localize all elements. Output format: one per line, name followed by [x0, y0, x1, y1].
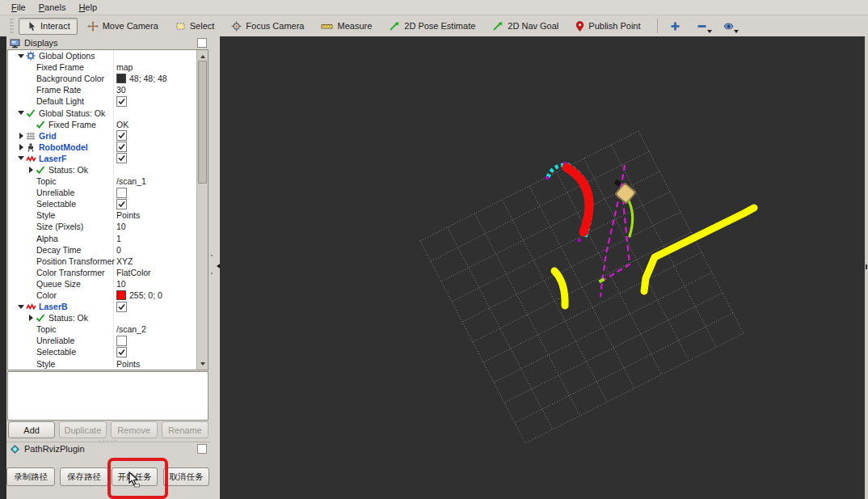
checkbox-checked[interactable]: [116, 96, 127, 107]
tree-row-grid[interactable]: Grid: [8, 130, 208, 142]
checkbox-checked[interactable]: [116, 347, 127, 357]
row-value[interactable]: 48; 48; 48: [129, 73, 167, 84]
checkbox-checked[interactable]: [116, 142, 127, 152]
row-label: Background Color: [36, 73, 104, 84]
tree-row-alpha[interactable]: Alpha1: [8, 233, 208, 244]
render-viewport[interactable]: [220, 36, 868, 499]
tree-scrollbar[interactable]: [196, 50, 208, 370]
checkbox-unchecked[interactable]: [116, 336, 127, 346]
checkbox-checked[interactable]: [116, 302, 127, 312]
tree-row-selectable[interactable]: Selectable: [8, 346, 208, 357]
tree-row-decay-time[interactable]: Decay Time0: [8, 244, 208, 256]
tree-row-queue-size[interactable]: Queue Size10: [8, 278, 208, 290]
expander-open-icon[interactable]: [16, 153, 26, 163]
row-value[interactable]: 1: [116, 233, 121, 244]
expander-closed-icon[interactable]: [16, 144, 26, 150]
rename-button[interactable]: Rename: [162, 421, 209, 438]
row-value[interactable]: /scan_1: [116, 175, 146, 187]
row-value[interactable]: 10: [116, 278, 126, 290]
tree-row-selectable[interactable]: Selectable: [8, 198, 208, 209]
scroll-up-arrow-icon[interactable]: [197, 50, 208, 60]
checkbox-checked[interactable]: [116, 199, 127, 209]
checkbox-checked[interactable]: [116, 130, 127, 141]
tree-row-style[interactable]: StylePoints: [8, 209, 208, 221]
row-value[interactable]: 10: [116, 221, 126, 232]
tree-row-frame-rate[interactable]: Frame Rate30: [8, 84, 208, 95]
tree-row-position-transformer[interactable]: Position TransformerXYZ: [8, 256, 208, 267]
add-tool-button[interactable]: [664, 18, 686, 35]
right-splitter-handle[interactable]: [866, 264, 867, 269]
tree-row-size-pixels-[interactable]: Size (Pixels)10: [8, 221, 208, 232]
tree-row-laserb[interactable]: LaserB: [8, 301, 208, 312]
task-button-1[interactable]: 录制路径: [6, 467, 55, 486]
row-value[interactable]: map: [116, 61, 133, 73]
tree-row-color[interactable]: Color255; 0; 0: [8, 290, 208, 301]
gear-icon: [26, 51, 38, 61]
scroll-down-arrow-icon[interactable]: [197, 360, 208, 370]
row-value[interactable]: 255; 0; 0: [129, 290, 162, 301]
row-value[interactable]: Points: [116, 358, 140, 370]
tree-row-global-options[interactable]: Global Options: [8, 50, 208, 61]
displays-panel-float-button[interactable]: [197, 38, 207, 48]
pathrvizplugin-float-button[interactable]: [197, 444, 207, 454]
task-button-2[interactable]: 保存路径: [60, 467, 108, 486]
checkbox-checked[interactable]: [116, 153, 127, 163]
tree-row-laserf[interactable]: LaserF: [8, 153, 208, 164]
tree-row-unreliable[interactable]: Unreliable: [8, 335, 208, 346]
toolbar-grip[interactable]: [10, 19, 14, 33]
expander-closed-icon[interactable]: [26, 315, 36, 321]
tool-move-camera[interactable]: Move Camera: [80, 18, 166, 35]
tool-interact[interactable]: Interact: [19, 18, 78, 35]
tool-publish-point[interactable]: Publish Point: [568, 18, 647, 35]
row-value[interactable]: XYZ: [116, 256, 133, 267]
tree-row-color-transformer[interactable]: Color TransformerFlatColor: [8, 267, 208, 278]
expander-open-icon[interactable]: [16, 51, 26, 61]
pathrvizplugin-title: PathRvizPlugin: [6, 442, 210, 455]
tree-row-topic[interactable]: Topic/scan_2: [8, 324, 208, 335]
tool-options-button[interactable]: [718, 18, 739, 35]
right-dock-splitter[interactable]: [865, 36, 868, 499]
pathrvizplugin-icon: [10, 444, 20, 455]
row-value[interactable]: FlatColor: [116, 267, 151, 278]
tree-row-unreliable[interactable]: Unreliable: [8, 187, 208, 198]
task-button-4[interactable]: 取消任务: [163, 467, 209, 486]
tree-row-style[interactable]: StylePoints: [8, 358, 208, 370]
tree-row-background-color[interactable]: Background Color48; 48; 48: [8, 73, 208, 84]
tool-focus-camera[interactable]: Focus Camera: [224, 18, 311, 35]
row-value[interactable]: OK: [116, 119, 129, 130]
tool-2d-pose-estimate[interactable]: 2D Pose Estimate: [381, 18, 482, 35]
row-label: Size (Pixels): [36, 221, 83, 232]
checkbox-unchecked[interactable]: [116, 188, 127, 198]
expander-open-icon[interactable]: [16, 108, 26, 118]
row-value[interactable]: /scan_2: [116, 324, 146, 335]
row-value[interactable]: 0: [116, 244, 121, 256]
expander-open-icon[interactable]: [16, 302, 26, 312]
remove-tool-button[interactable]: [691, 18, 713, 35]
menu-help[interactable]: Help: [72, 2, 103, 13]
tree-row-fixed-frame[interactable]: Fixed FrameOK: [8, 119, 208, 130]
tree-row-topic[interactable]: Topic/scan_1: [8, 175, 208, 187]
scrollbar-thumb[interactable]: [198, 61, 207, 184]
menu-panels[interactable]: Panels: [32, 2, 73, 13]
tree-row-status-ok[interactable]: Status: Ok: [8, 164, 208, 175]
tree-row-status-ok[interactable]: Status: Ok: [8, 312, 208, 324]
pathrvizplugin-title-text: PathRvizPlugin: [24, 444, 85, 454]
tool-label: Publish Point: [588, 21, 640, 31]
dock-splitter[interactable]: [210, 36, 220, 499]
scene-background: [220, 36, 868, 499]
color-swatch[interactable]: [116, 290, 126, 300]
add-button[interactable]: Add: [8, 421, 55, 438]
row-value[interactable]: Points: [116, 209, 140, 221]
tool-2d-nav-goal[interactable]: 2D Nav Goal: [485, 18, 566, 35]
row-value[interactable]: 30: [116, 84, 126, 95]
tree-row-fixed-frame[interactable]: Fixed Framemap: [8, 61, 208, 73]
tree-row-global-status-ok[interactable]: Global Status: Ok: [8, 107, 208, 118]
tree-row-robotmodel[interactable]: RobotModel: [8, 142, 208, 153]
color-swatch[interactable]: [116, 74, 126, 83]
tree-row-default-light[interactable]: Default Light: [8, 95, 208, 107]
expander-closed-icon[interactable]: [26, 167, 36, 173]
expander-closed-icon[interactable]: [16, 133, 26, 139]
tool-select[interactable]: Select: [168, 18, 222, 35]
tool-measure[interactable]: Measure: [314, 18, 379, 35]
menu-file[interactable]: File: [5, 2, 32, 13]
